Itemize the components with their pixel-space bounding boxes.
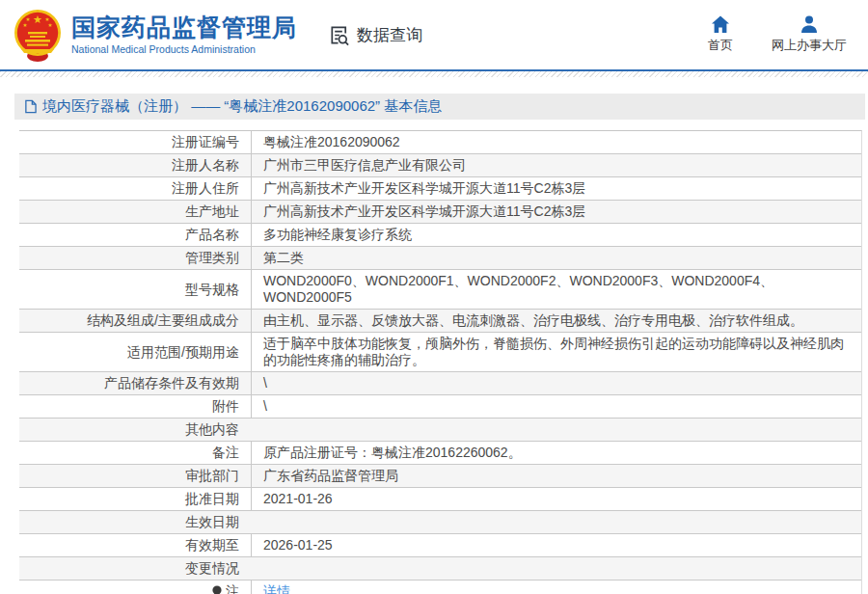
row-value: 原产品注册证号：粤械注准20162260062。 <box>251 442 861 464</box>
row-value: 广州高新技术产业开发区科学城开源大道11号C2栋3层 <box>251 177 861 200</box>
row-label: 产品名称 <box>19 224 251 246</box>
row-value: 广州高新技术产业开发区科学城开源大道11号C2栋3层 <box>251 201 861 223</box>
table-row: 结构及组成/主要组成成分由主机、显示器、反馈放大器、电流刺激器、治疗电极线、治疗… <box>19 310 861 333</box>
row-label: 生效日期 <box>19 511 251 533</box>
row-label: 注册人住所 <box>19 177 251 200</box>
table-row: 产品名称多功能神经康复诊疗系统 <box>19 224 861 247</box>
row-label: 型号规格 <box>19 270 251 309</box>
data-query-label: 数据查询 <box>357 24 422 46</box>
note-bullet-icon <box>211 585 223 594</box>
row-label: 适用范围/预期用途 <box>19 333 251 371</box>
row-value: \ <box>251 395 861 418</box>
svg-text:★: ★ <box>23 22 28 28</box>
row-value: WOND2000F0、WOND2000F1、WOND2000F2、WOND200… <box>251 270 861 309</box>
table-row: 型号规格WOND2000F0、WOND2000F1、WOND2000F2、WON… <box>19 270 861 310</box>
data-query-icon <box>328 24 350 46</box>
row-value: 2026-01-25 <box>251 534 861 556</box>
table-row: 备注原产品注册证号：粤械注准20162260062。 <box>19 442 861 465</box>
row-value: 由主机、显示器、反馈放大器、电流刺激器、治疗电极线、治疗专用电极、治疗软件组成。 <box>251 310 861 332</box>
row-value: 多功能神经康复诊疗系统 <box>251 224 861 246</box>
row-value: 广州市三甲医疗信息产业有限公司 <box>251 154 861 176</box>
table-row: 注册人住所广州高新技术产业开发区科学城开源大道11号C2栋3层 <box>19 177 861 201</box>
table-row: 其他内容 <box>19 418 861 442</box>
row-label: 附件 <box>19 395 251 418</box>
home-icon <box>711 15 730 34</box>
table-row: 生产地址广州高新技术产业开发区科学城开源大道11号C2栋3层 <box>19 201 861 224</box>
brand-text: 国家药品监督管理局 National Medical Products Admi… <box>71 14 297 55</box>
top-nav: 首页 网上办事大厅 <box>708 15 847 54</box>
hatch-band <box>0 71 868 77</box>
user-icon <box>800 15 819 34</box>
nav-service-hall[interactable]: 网上办事大厅 <box>772 15 847 54</box>
row-value <box>251 511 861 533</box>
row-label: 注册证编号 <box>19 131 251 153</box>
breadcrumb[interactable]: 境内医疗器械（注册） —— “粤械注准20162090062” 基本信息 <box>14 94 865 120</box>
svg-text:★: ★ <box>48 22 53 28</box>
row-label: 备注 <box>19 442 251 464</box>
table-row: 有效期至2026-01-25 <box>19 534 861 557</box>
row-label: 变更情况 <box>19 557 251 580</box>
detail-link[interactable]: 详情 <box>263 583 290 594</box>
brand: ★ ★ ★ ★ ★ 国家药品监督管理局 National Medical Pro… <box>14 7 297 63</box>
row-label: 管理类别 <box>19 247 251 269</box>
row-value: \ <box>251 372 861 394</box>
page-header: ★ ★ ★ ★ ★ 国家药品监督管理局 National Medical Pro… <box>0 0 868 69</box>
registration-info-table: 注册证编号粤械注准20162090062注册人名称广州市三甲医疗信息产业有限公司… <box>19 130 862 594</box>
table-row: 变更情况 <box>19 557 861 580</box>
table-row: 管理类别第二类 <box>19 247 861 270</box>
table-row: 审批部门广东省药品监督管理局 <box>19 465 861 488</box>
breadcrumb-text: 境内医疗器械（注册） —— “粤械注准20162090062” 基本信息 <box>42 97 442 116</box>
row-value: 第二类 <box>251 247 861 269</box>
row-label: 有效期至 <box>19 534 251 556</box>
row-value <box>251 557 861 580</box>
row-label: 审批部门 <box>19 465 251 487</box>
row-value: 粤械注准20162090062 <box>251 131 861 153</box>
row-value: 2021-01-26 <box>251 488 861 510</box>
agency-title: 国家药品监督管理局 <box>71 14 297 41</box>
table-row: 产品储存条件及有效期\ <box>19 372 861 395</box>
row-label: 注册人名称 <box>19 154 251 176</box>
row-label: 注 <box>19 580 251 594</box>
national-emblem-icon: ★ ★ ★ ★ ★ <box>14 7 62 63</box>
row-label: 产品储存条件及有效期 <box>19 372 251 394</box>
table-row: 适用范围/预期用途适于脑卒中肢体功能恢复，颅脑外伤，脊髓损伤、外周神经损伤引起的… <box>19 333 861 372</box>
table-row: 批准日期2021-01-26 <box>19 488 861 511</box>
row-label: 结构及组成/主要组成成分 <box>19 310 251 332</box>
table-row: 注册证编号粤械注准20162090062 <box>19 131 861 154</box>
row-label: 其他内容 <box>19 418 251 441</box>
nav-service-hall-label: 网上办事大厅 <box>772 37 847 54</box>
agency-subtitle: National Medical Products Administration <box>71 43 297 55</box>
row-label: 批准日期 <box>19 488 251 510</box>
row-label: 生产地址 <box>19 201 251 223</box>
table-row: 附件\ <box>19 395 861 418</box>
document-icon <box>24 99 37 114</box>
svg-text:★: ★ <box>33 14 42 25</box>
nav-home[interactable]: 首页 <box>708 15 733 54</box>
row-value: 详情 <box>251 580 861 594</box>
row-value: 广东省药品监督管理局 <box>251 465 861 487</box>
table-row: 注详情 <box>19 580 861 594</box>
data-query-tab[interactable]: 数据查询 <box>328 24 422 46</box>
row-value <box>251 418 861 441</box>
row-value: 适于脑卒中肢体功能恢复，颅脑外伤，脊髓损伤、外周神经损伤引起的运动功能障碍以及神… <box>251 333 861 371</box>
table-row: 注册人名称广州市三甲医疗信息产业有限公司 <box>19 154 861 177</box>
nav-home-label: 首页 <box>708 37 733 54</box>
table-row: 生效日期 <box>19 511 861 534</box>
